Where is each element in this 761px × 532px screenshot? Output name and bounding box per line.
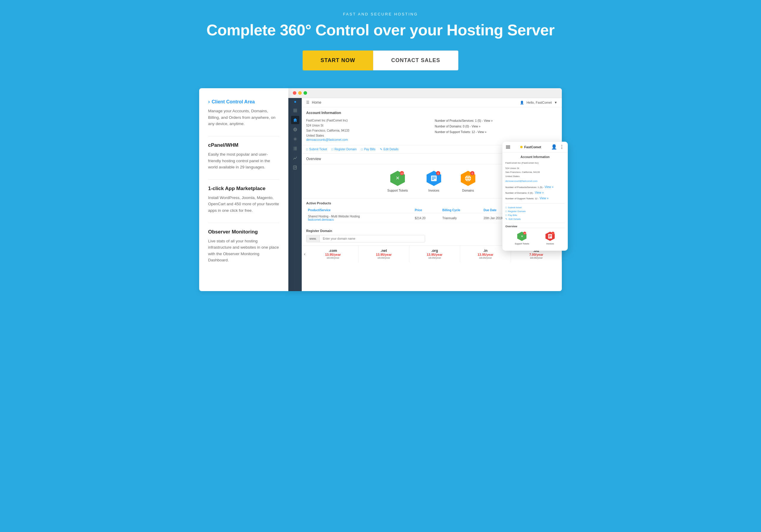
account-info-title: Account Information <box>306 111 557 115</box>
nav-icon-tag[interactable] <box>291 163 299 172</box>
account-info-grid: FastComet Inc (FastComet Inc) 524 Union … <box>306 118 557 141</box>
svg-rect-8 <box>294 148 297 149</box>
window-minimize-dot[interactable] <box>298 91 302 95</box>
nav-icon-list[interactable] <box>291 144 299 153</box>
tld-com[interactable]: .com 13.95/year 18.95/year <box>308 246 359 262</box>
domains-icon-item[interactable]: 0 Domains <box>460 170 476 192</box>
mobile-logo: FastComet <box>520 145 541 149</box>
window-maximize-dot[interactable] <box>304 91 307 95</box>
mobile-card-header: FastComet 👤 ⋮ <box>502 142 568 152</box>
support-tickets-badge: ✕ 10 <box>389 170 406 186</box>
hero-buttons: START NOW CONTACT SALES <box>6 50 755 71</box>
mobile-address: 524 Union StSan Francisco, California, 9… <box>505 166 565 179</box>
feature-title-cpanel: cPanel/WHM <box>208 142 279 148</box>
feature-desc-client-control: Manage your Accounts, Domains, Billing, … <box>208 108 279 127</box>
mobile-action-edit[interactable]: ✎ Edit Details <box>505 218 565 220</box>
user-greeting: Hello, FastComet <box>526 101 552 104</box>
domain-input-field[interactable] <box>320 235 425 242</box>
col-price[interactable]: Price <box>413 207 440 213</box>
user-icon: 👤 <box>520 101 524 105</box>
action-edit-details[interactable]: ✎ Edit Details <box>380 148 399 151</box>
support-tickets-label: Support Tickets <box>387 189 408 192</box>
svg-rect-2 <box>293 112 297 112</box>
mobile-support-icon[interactable]: ✕ 10 Support Tickets <box>515 231 529 245</box>
nav-icon-globe[interactable] <box>291 125 299 134</box>
mobile-action-pay[interactable]: □ Pay Bills <box>505 214 565 217</box>
feature-monitoring: Observer Monitoring Live stats of all yo… <box>208 229 279 263</box>
account-information-section: Account Information FastComet Inc (FastC… <box>302 107 562 145</box>
dashboard-header-left: ☰ Home <box>306 100 322 105</box>
mobile-logo-dot <box>520 146 523 148</box>
action-submit-ticket[interactable]: □ Submit Ticket <box>306 148 327 151</box>
address-line1: 524 Union St <box>306 123 429 128</box>
account-stats-col: Number of Products/Services: 1 (5) - Vie… <box>435 118 558 141</box>
dropdown-icon[interactable]: ▼ <box>554 101 557 104</box>
mobile-action-submit[interactable]: □ Submit ticket <box>505 206 565 209</box>
domains-label: Domains <box>462 189 474 192</box>
svg-rect-1 <box>293 110 297 111</box>
left-panel: Client Control Area Manage your Accounts… <box>199 88 288 291</box>
mobile-card: FastComet 👤 ⋮ Account Information FastCo… <box>502 142 568 250</box>
mobile-company: FastComet Inc (FastComet Inc) <box>505 161 565 165</box>
dashboard-header-right: 👤 Hello, FastComet ▼ <box>520 101 557 105</box>
mobile-body: Account Information FastComet Inc (FastC… <box>502 152 568 250</box>
hero-title: Complete 360° Control over your Hosting … <box>6 22 755 39</box>
nav-indicator <box>294 101 296 103</box>
overview-title: Overview <box>306 157 321 161</box>
feature-title-client-control[interactable]: Client Control Area <box>208 99 279 105</box>
mobile-more-icon[interactable]: ⋮ <box>559 144 564 150</box>
nav-icon-settings[interactable] <box>291 135 299 143</box>
nav-icon-menu[interactable] <box>291 106 299 115</box>
address-line3: United States <box>306 133 429 138</box>
tld-org[interactable]: .org 13.95/year 18.95/year <box>409 246 460 262</box>
col-billing[interactable]: Billing Cycle <box>440 207 482 213</box>
home-label: Home <box>312 100 322 105</box>
window-close-dot[interactable] <box>293 91 296 95</box>
hero-section: FAST AND SECURE HOSTING Complete 360° Co… <box>0 0 761 88</box>
account-address-col: FastComet Inc (FastComet Inc) 524 Union … <box>306 118 429 141</box>
svg-point-11 <box>293 148 294 149</box>
svg-point-12 <box>293 150 294 150</box>
svg-point-6 <box>294 138 295 139</box>
contact-sales-button[interactable]: CONTACT SALES <box>373 50 458 71</box>
feature-cpanel: cPanel/WHM Easily the most popular and u… <box>208 142 279 171</box>
row-price: $214.20 <box>413 213 440 223</box>
mobile-actions: □ Submit ticket □ Register Domain □ Pay … <box>505 203 565 220</box>
support-tickets-icon-item[interactable]: ✕ 10 Support Tickets <box>387 170 408 192</box>
mobile-email[interactable]: demoaccount@fastcomet.com <box>505 180 565 183</box>
company-name: FastComet Inc (FastComet Inc) <box>306 118 429 123</box>
action-pay-bills[interactable]: □ Pay Bills <box>361 148 376 151</box>
menu-icon: ☰ <box>306 100 310 105</box>
mobile-invoices-icon[interactable]: 1 Invoices <box>545 231 555 245</box>
mobile-stats: Number of Products/Services: 1 (5) - Vie… <box>505 184 565 201</box>
mobile-hamburger[interactable] <box>506 145 510 148</box>
row-product: Shared Hosting - Multi Website Hosting f… <box>306 213 413 223</box>
feature-marketplace: 1-click App Marketplace Install WordPres… <box>208 186 279 214</box>
mobile-nav-right: 👤 ⋮ <box>551 144 564 150</box>
svg-text:0: 0 <box>437 172 439 175</box>
col-product[interactable]: Product/Service <box>306 207 413 213</box>
invoices-badge: 0 <box>426 170 442 186</box>
svg-rect-9 <box>294 150 297 150</box>
action-register-domain[interactable]: □ Register Domain <box>331 148 357 151</box>
feature-desc-monitoring: Live stats of all your hosting infrastru… <box>208 238 279 263</box>
mobile-nav-left <box>506 145 510 148</box>
invoices-icon-item[interactable]: 0 Invoices <box>426 170 442 192</box>
account-email[interactable]: demoaccounts@fastcomet.com <box>306 138 429 141</box>
divider-1 <box>208 136 279 136</box>
address-line2: San Francisco, California, 94133 <box>306 128 429 133</box>
nav-icon-graph[interactable] <box>291 154 299 162</box>
mobile-action-register[interactable]: □ Register Domain <box>505 210 565 213</box>
domains-badge: 0 <box>460 170 476 186</box>
invoices-label: Invoices <box>428 189 439 192</box>
svg-text:0: 0 <box>471 172 473 175</box>
dashboard-header: ☰ Home 👤 Hello, FastComet ▼ <box>302 98 562 107</box>
mobile-user-icon[interactable]: 👤 <box>551 144 557 150</box>
tld-net[interactable]: .net 13.95/year 18.95/year <box>359 246 409 262</box>
start-now-button[interactable]: START NOW <box>303 50 373 71</box>
tld-prev-button[interactable]: ‹ <box>302 246 308 262</box>
nav-icon-home[interactable] <box>291 116 299 124</box>
sidebar-nav <box>288 98 302 291</box>
domain-input-row: www. <box>306 235 425 242</box>
mobile-overview-title: Overview <box>505 223 565 228</box>
